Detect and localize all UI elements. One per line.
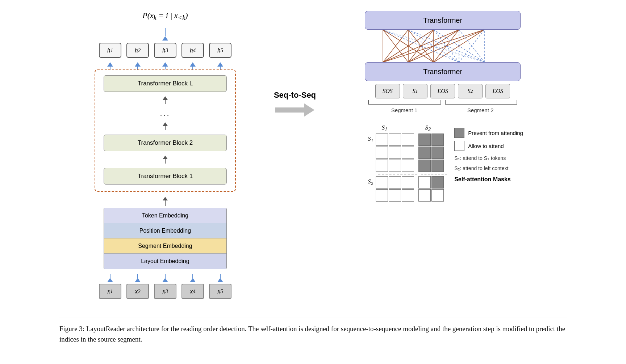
token-sos: SOS bbox=[375, 84, 400, 98]
cell-r5c2 bbox=[389, 189, 401, 202]
cell-r5c4 bbox=[418, 189, 431, 202]
cell-r3c3 bbox=[402, 160, 414, 172]
cell-r1c1 bbox=[376, 134, 388, 146]
col-label-s2: S2 bbox=[422, 124, 434, 132]
cell-r4c4 bbox=[418, 176, 431, 189]
transformer-block-1: Transformer Block 1 bbox=[104, 168, 227, 185]
cell-r2c1 bbox=[376, 147, 388, 159]
cell-r2c3 bbox=[402, 147, 414, 159]
x4-node: x4 bbox=[181, 284, 204, 299]
segment-embedding-row: Segment Embedding bbox=[104, 238, 226, 254]
cell-r1c2 bbox=[389, 134, 401, 146]
h1-node: h1 bbox=[99, 43, 121, 58]
cross-attention-area bbox=[365, 30, 521, 62]
layout-embedding-row: Layout Embedding bbox=[104, 254, 226, 269]
up-arrow-2 bbox=[163, 122, 168, 130]
cell-r1c3 bbox=[402, 134, 414, 146]
legend-area: Prevent from attending Allow to attend S… bbox=[454, 128, 523, 183]
cell-r4c1 bbox=[376, 176, 388, 189]
h3-node: h3 bbox=[154, 43, 176, 58]
attention-matrix: S1 S2 S1 bbox=[362, 124, 447, 202]
left-architecture-diagram: P(xk = i | x<k) h1 h2 h3 h4 h5 Transform… bbox=[78, 11, 252, 299]
x-nodes-row: x1 x2 x3 x4 x5 bbox=[99, 284, 231, 299]
cell-r1c5 bbox=[431, 134, 444, 146]
cell-r2c4 bbox=[418, 147, 431, 159]
right-diagram: Transformer bbox=[338, 11, 548, 202]
transformer-top: Transformer bbox=[365, 11, 521, 30]
token-s1: S1 bbox=[403, 84, 427, 98]
seq-to-seq-label: Seq-to-Seq bbox=[274, 90, 316, 100]
transformer-bottom: Transformer bbox=[365, 62, 521, 81]
self-attention-masks-title: Self-attention Masks bbox=[454, 176, 523, 183]
s1-attend-text: S₁: attend to S₁ tokens bbox=[454, 155, 523, 161]
matrix-row-s2-2 bbox=[362, 189, 444, 202]
seq-to-seq-arrow: Seq-to-Seq bbox=[274, 11, 316, 117]
up-arrow-3 bbox=[163, 156, 168, 164]
arrow-embed-to-block bbox=[163, 197, 168, 206]
transformer-block-L: Transformer Block L bbox=[104, 75, 227, 92]
legend-prevent-label: Prevent from attending bbox=[468, 130, 523, 136]
cell-r5c1 bbox=[376, 189, 388, 202]
figure-caption: Figure 3: LayoutReader architecture for … bbox=[59, 317, 567, 344]
cell-r3c4 bbox=[418, 160, 431, 172]
cell-r3c1 bbox=[376, 160, 388, 172]
probability-formula: P(xk = i | x<k) bbox=[142, 11, 188, 22]
token-embedding-row: Token Embedding bbox=[104, 208, 226, 223]
cell-r3c2 bbox=[389, 160, 401, 172]
x3-node: x3 bbox=[154, 284, 176, 299]
matrix-col-headers: S1 S2 bbox=[362, 124, 447, 132]
h-nodes-row: h1 h2 h3 h4 h5 bbox=[99, 43, 231, 58]
token-row: SOS S1 EOS S2 EOS bbox=[375, 84, 510, 98]
arrows-to-h-nodes bbox=[99, 62, 231, 69]
matrix-row-s2-1: S2 bbox=[362, 176, 444, 189]
row-divider bbox=[378, 174, 447, 174]
x1-node: x1 bbox=[99, 284, 121, 299]
col-label-s1: S1 bbox=[378, 124, 391, 132]
s2-attend-text: S₂: attend to left context bbox=[454, 165, 523, 171]
matrix-row-s1-1: S1 bbox=[362, 133, 444, 146]
down-arrow-1 bbox=[163, 96, 168, 104]
cell-r4c3 bbox=[402, 176, 414, 189]
matrix-section: S1 S2 S1 bbox=[338, 124, 548, 202]
cell-r5c3 bbox=[402, 189, 414, 202]
row-label-s2: S2 bbox=[362, 178, 375, 186]
matrix-row-s1-2 bbox=[362, 146, 444, 159]
legend-dark-box bbox=[454, 128, 464, 138]
embedding-stack: Token Embedding Position Embedding Segme… bbox=[104, 208, 227, 269]
legend-allow: Allow to attend bbox=[454, 141, 523, 151]
token-s2: S2 bbox=[458, 84, 483, 98]
legend-allow-label: Allow to attend bbox=[468, 143, 504, 149]
right-arrow bbox=[275, 103, 314, 117]
segment1-label: Segment 1 bbox=[366, 107, 442, 113]
token-eos1: EOS bbox=[430, 84, 455, 98]
transformer-block-2: Transformer Block 2 bbox=[104, 135, 227, 151]
cell-r3c5 bbox=[431, 160, 444, 172]
segment2-label: Segment 2 bbox=[442, 107, 518, 113]
position-embedding-row: Position Embedding bbox=[104, 223, 226, 238]
h2-node: h2 bbox=[126, 43, 149, 58]
legend-prevent: Prevent from attending bbox=[454, 128, 523, 138]
arrows-from-x-nodes bbox=[99, 274, 231, 282]
arrow-to-formula bbox=[162, 28, 168, 41]
dots-separator: ... bbox=[160, 109, 171, 118]
cell-r1c4 bbox=[418, 134, 431, 146]
row-label-s1: S1 bbox=[362, 136, 375, 144]
cell-r4c5 bbox=[431, 176, 444, 189]
x2-node: x2 bbox=[126, 284, 149, 299]
cell-r2c5 bbox=[431, 147, 444, 159]
legend-white-box bbox=[454, 141, 464, 151]
svg-line-23 bbox=[459, 30, 484, 62]
cell-r4c2 bbox=[389, 176, 401, 189]
matrix-row-s1-3 bbox=[362, 159, 444, 172]
h4-node: h4 bbox=[181, 43, 204, 58]
x5-node: x5 bbox=[209, 284, 231, 299]
cell-r5c5 bbox=[431, 189, 444, 202]
segment-labels: Segment 1 Segment 2 bbox=[365, 107, 521, 113]
h5-node: h5 bbox=[209, 43, 231, 58]
token-eos2: EOS bbox=[485, 84, 510, 98]
cell-r2c2 bbox=[389, 147, 401, 159]
segment-brackets bbox=[365, 99, 521, 106]
transformer-blocks-box: Transformer Block L ... Transformer Bloc… bbox=[95, 69, 236, 192]
